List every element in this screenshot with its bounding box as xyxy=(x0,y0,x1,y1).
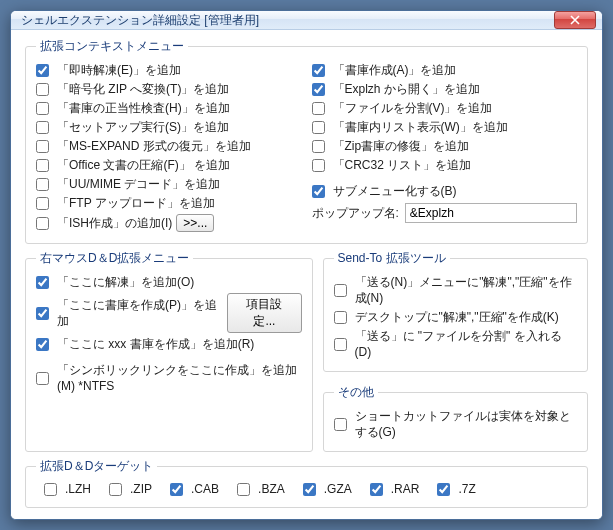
group-targets-legend: 拡張D＆Dターゲット xyxy=(36,458,157,475)
dialog-body: 拡張コンテキストメニュー 「即時解凍(E)」を追加 「暗号化 ZIP へ変換(T… xyxy=(11,30,602,520)
lbl-sendto-1: デスクトップに"解凍","圧縮"を作成(K) xyxy=(355,309,559,325)
lbl-ext-right-5: 「CRC32 リスト」を追加 xyxy=(333,157,472,173)
window-title: シェルエクステンション詳細設定 [管理者用] xyxy=(21,12,554,29)
lbl-submenu: サブメニュー化する(B) xyxy=(333,183,457,199)
lbl-target-7z: .7Z xyxy=(458,481,475,497)
lbl-target-cab: .CAB xyxy=(191,481,219,497)
group-ext-context-legend: 拡張コンテキストメニュー xyxy=(36,38,188,55)
cb-rclick-1[interactable] xyxy=(36,307,49,320)
cb-target-bza[interactable] xyxy=(237,483,250,496)
cb-target-zip[interactable] xyxy=(109,483,122,496)
lbl-ext-right-3: 「書庫内リスト表示(W)」を追加 xyxy=(333,119,508,135)
lbl-ext-left-8: 「ISH作成」の追加(I) xyxy=(57,215,172,231)
lbl-symlink: 「シンボリックリンクをここに作成」を追加(M) *NTFS xyxy=(57,362,302,394)
lbl-target-lzh: .LZH xyxy=(65,481,91,497)
lbl-ext-left-6: 「UU/MIME デコード」を追加 xyxy=(57,176,220,192)
cb-target-rar[interactable] xyxy=(370,483,383,496)
lbl-ext-right-1: 「Explzh から開く」を追加 xyxy=(333,81,480,97)
dialog-footer: OK キャンセル xyxy=(25,514,588,520)
lbl-ext-right-4: 「Zip書庫の修復」を追加 xyxy=(333,138,470,154)
lbl-target-rar: .RAR xyxy=(391,481,420,497)
cb-ext-left-7[interactable] xyxy=(36,197,49,210)
titlebar: シェルエクステンション詳細設定 [管理者用] xyxy=(11,11,602,30)
lbl-rclick-1: 「ここに書庫を作成(P)」を追加 xyxy=(57,297,223,329)
lbl-sendto-0: 「送る(N)」メニューに"解凍","圧縮"を作成(N) xyxy=(355,274,578,306)
group-targets: 拡張D＆Dターゲット .LZH .ZIP .CAB .BZA .GZA .RAR… xyxy=(25,458,588,508)
cb-ext-left-4[interactable] xyxy=(36,140,49,153)
cb-ext-right-3[interactable] xyxy=(312,121,325,134)
cb-target-7z[interactable] xyxy=(437,483,450,496)
lbl-ext-right-2: 「ファイルを分割(V)」を追加 xyxy=(333,100,493,116)
lbl-ext-left-4: 「MS-EXPAND 形式の復元」を追加 xyxy=(57,138,251,154)
cb-ext-left-2[interactable] xyxy=(36,102,49,115)
group-sendto: Send-To 拡張ツール 「送る(N)」メニューに"解凍","圧縮"を作成(N… xyxy=(323,250,589,372)
cb-rclick-2[interactable] xyxy=(36,338,49,351)
lbl-ext-left-1: 「暗号化 ZIP へ変換(T)」を追加 xyxy=(57,81,229,97)
lbl-target-gza: .GZA xyxy=(324,481,352,497)
lbl-ext-left-7: 「FTP アップロード」を追加 xyxy=(57,195,215,211)
cb-ext-right-1[interactable] xyxy=(312,83,325,96)
ext-context-right-column: 「書庫作成(A)」を追加 「Explzh から開く」を追加 「ファイルを分割(V… xyxy=(312,59,578,235)
cb-ext-right-0[interactable] xyxy=(312,64,325,77)
cb-rclick-0[interactable] xyxy=(36,276,49,289)
cb-sendto-0[interactable] xyxy=(334,284,347,297)
group-rclick-legend: 右マウスD＆D拡張メニュー xyxy=(36,250,193,267)
close-icon xyxy=(570,15,580,25)
popup-name-input[interactable] xyxy=(405,203,577,223)
cb-ext-left-8[interactable] xyxy=(36,217,49,230)
cb-sendto-2[interactable] xyxy=(334,338,347,351)
lbl-target-bza: .BZA xyxy=(258,481,285,497)
cb-ext-left-1[interactable] xyxy=(36,83,49,96)
ext-context-left-column: 「即時解凍(E)」を追加 「暗号化 ZIP へ変換(T)」を追加 「書庫の正当性… xyxy=(36,59,302,235)
cb-ext-right-4[interactable] xyxy=(312,140,325,153)
dialog-window: シェルエクステンション詳細設定 [管理者用] 拡張コンテキストメニュー 「即時解… xyxy=(10,10,603,520)
cb-ext-right-2[interactable] xyxy=(312,102,325,115)
group-ext-context: 拡張コンテキストメニュー 「即時解凍(E)」を追加 「暗号化 ZIP へ変換(T… xyxy=(25,38,588,244)
cb-ext-left-3[interactable] xyxy=(36,121,49,134)
group-rclick: 右マウスD＆D拡張メニュー 「ここに解凍」を追加(O) 「ここに書庫を作成(P)… xyxy=(25,250,313,452)
lbl-ext-left-5: 「Office 文書の圧縮(F)」 を追加 xyxy=(57,157,230,173)
cb-target-gza[interactable] xyxy=(303,483,316,496)
more-ish-button[interactable]: >>... xyxy=(176,214,214,232)
lbl-sendto-2: 「送る」に "ファイルを分割" を入れる(D) xyxy=(355,328,578,360)
lbl-other-0: ショートカットファイルは実体を対象とする(G) xyxy=(355,408,578,440)
cb-ext-left-5[interactable] xyxy=(36,159,49,172)
cb-other-0[interactable] xyxy=(334,418,347,431)
cb-target-lzh[interactable] xyxy=(44,483,57,496)
cb-ext-right-5[interactable] xyxy=(312,159,325,172)
group-sendto-legend: Send-To 拡張ツール xyxy=(334,250,450,267)
cb-target-cab[interactable] xyxy=(170,483,183,496)
item-settings-button[interactable]: 項目設定... xyxy=(227,293,301,333)
cb-ext-left-0[interactable] xyxy=(36,64,49,77)
lbl-ext-left-2: 「書庫の正当性検査(H)」を追加 xyxy=(57,100,230,116)
lbl-ext-left-0: 「即時解凍(E)」を追加 xyxy=(57,62,181,78)
cb-ext-left-6[interactable] xyxy=(36,178,49,191)
popup-name-label: ポップアップ名: xyxy=(312,205,399,222)
cb-submenu[interactable] xyxy=(312,185,325,198)
lbl-ext-right-0: 「書庫作成(A)」を追加 xyxy=(333,62,457,78)
group-other: その他 ショートカットファイルは実体を対象とする(G) xyxy=(323,384,589,452)
lbl-ext-left-3: 「セットアップ実行(S)」を追加 xyxy=(57,119,229,135)
group-other-legend: その他 xyxy=(334,384,378,401)
lbl-target-zip: .ZIP xyxy=(130,481,152,497)
lbl-rclick-0: 「ここに解凍」を追加(O) xyxy=(57,274,194,290)
cb-symlink[interactable] xyxy=(36,372,49,385)
lbl-rclick-2: 「ここに xxx 書庫を作成」を追加(R) xyxy=(57,336,254,352)
close-button[interactable] xyxy=(554,11,596,29)
cb-sendto-1[interactable] xyxy=(334,311,347,324)
